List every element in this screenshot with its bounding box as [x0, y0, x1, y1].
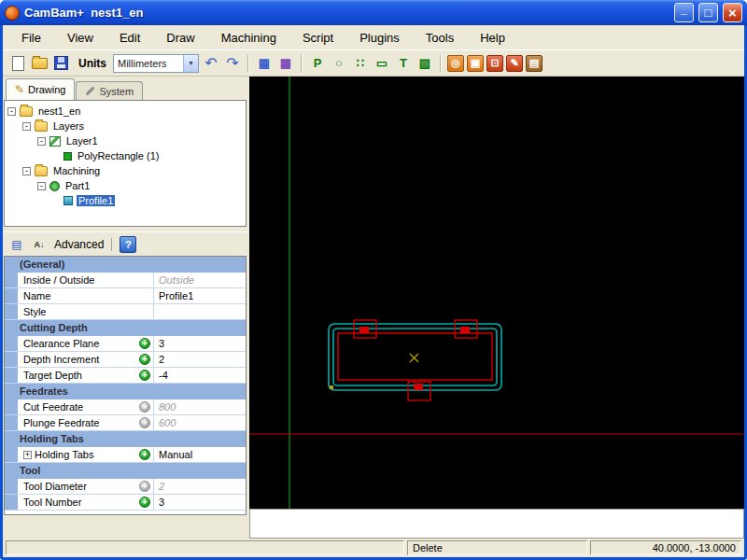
holding-tab-marker[interactable] [414, 384, 423, 390]
property-value[interactable]: 2 [154, 479, 246, 494]
drill-icon[interactable]: ◎ [447, 55, 464, 72]
property-value[interactable] [154, 304, 246, 319]
property-row-style[interactable]: Style [5, 304, 246, 320]
text-icon[interactable]: T [394, 54, 413, 73]
category-header-tool[interactable]: Tool [5, 463, 246, 479]
menu-file[interactable]: File [8, 27, 54, 49]
tree-node-root[interactable]: nest1_en [5, 104, 246, 119]
tree-node-label[interactable]: Layers [51, 120, 86, 132]
apply-value-icon[interactable] [139, 417, 150, 428]
tab-drawing[interactable]: ✎ Drawing [6, 78, 75, 100]
tree-node-layer1[interactable]: Layer1 [5, 133, 246, 148]
points-icon[interactable]: ∷ [351, 54, 370, 73]
property-value[interactable]: Profile1 [154, 288, 246, 303]
tree-node-label[interactable]: Profile1 [77, 195, 115, 206]
title-bar[interactable]: CamBam+ nest1_en [0, 0, 747, 25]
pocket-icon[interactable]: ▣ [467, 55, 484, 72]
property-value[interactable]: 2 [154, 352, 246, 367]
tree-node-polyrectangle[interactable]: PolyRectangle (1) [5, 148, 246, 163]
close-button[interactable] [723, 3, 742, 22]
property-row-holding-tabs[interactable]: Holding Tabs Manual [5, 447, 246, 463]
property-value[interactable]: 800 [154, 399, 246, 414]
category-header-general[interactable]: (General) [5, 257, 246, 273]
collapse-icon[interactable] [37, 182, 46, 190]
profile-icon[interactable]: ⊡ [486, 55, 503, 72]
category-header-holding-tabs[interactable]: Holding Tabs [5, 431, 246, 447]
property-name: Tool Number [18, 495, 154, 510]
property-value[interactable]: 600 [154, 415, 246, 430]
save-file-icon[interactable] [51, 54, 70, 73]
menu-plugins[interactable]: Plugins [346, 27, 413, 49]
drawing-canvas[interactable] [249, 77, 744, 509]
tree-node-part1[interactable]: Part1 [5, 178, 246, 193]
tree-node-layers[interactable]: Layers [5, 119, 246, 133]
menu-view[interactable]: View [54, 27, 106, 49]
menu-machining[interactable]: Machining [208, 27, 289, 49]
tree-node-label[interactable]: nest1_en [36, 105, 82, 117]
menu-help[interactable]: Help [467, 27, 518, 49]
tree-node-label[interactable]: Part1 [63, 180, 92, 191]
property-row-tool-number[interactable]: Tool Number 3 [5, 495, 246, 511]
collapse-icon[interactable] [22, 122, 31, 131]
property-value[interactable]: Outside [154, 273, 246, 287]
property-row-tool-diameter[interactable]: Tool Diameter 2 [5, 479, 246, 495]
snap-grid-icon[interactable]: ▦ [276, 54, 295, 73]
menu-tools[interactable]: Tools [413, 27, 467, 49]
property-row-clearance-plane[interactable]: Clearance Plane 3 [5, 336, 246, 352]
rectangle-icon[interactable]: ▭ [373, 54, 391, 73]
undo-icon[interactable]: ↶ [202, 54, 220, 73]
tree-node-label[interactable]: Machining [51, 165, 102, 176]
alphabetical-sort-icon[interactable] [30, 235, 49, 254]
view-grid-icon[interactable]: ▦ [255, 54, 274, 73]
categorized-view-icon[interactable] [7, 235, 26, 254]
category-header-cutting-depth[interactable]: Cutting Depth [5, 320, 246, 336]
collapse-icon[interactable] [37, 137, 46, 146]
chevron-down-icon[interactable]: ▼ [183, 55, 198, 72]
property-row-target-depth[interactable]: Target Depth -4 [5, 368, 246, 384]
apply-value-icon[interactable] [139, 354, 150, 365]
menu-edit[interactable]: Edit [106, 27, 153, 49]
holding-tab-marker[interactable] [460, 327, 470, 333]
tree-node-label[interactable]: Layer1 [64, 135, 100, 147]
property-row-name[interactable]: Name Profile1 [5, 288, 246, 304]
property-row-plunge-feedrate[interactable]: Plunge Feedrate 600 [5, 415, 246, 431]
new-file-icon[interactable] [8, 54, 27, 73]
apply-value-icon[interactable] [139, 338, 150, 349]
engrave-icon[interactable]: ✎ [506, 55, 523, 72]
expand-icon[interactable] [23, 451, 32, 459]
property-value[interactable]: 3 [154, 336, 246, 351]
circle-icon[interactable]: ○ [330, 54, 348, 73]
property-value[interactable]: -4 [154, 368, 246, 383]
menu-script[interactable]: Script [289, 27, 346, 49]
property-row-inside-outside[interactable]: Inside / Outside Outside [5, 273, 246, 288]
polyline-icon[interactable]: P [308, 54, 327, 73]
tree-node-machining[interactable]: Machining [5, 163, 246, 178]
apply-value-icon[interactable] [139, 401, 150, 413]
apply-value-icon[interactable] [139, 370, 150, 381]
property-row-cut-feedrate[interactable]: Cut Feedrate 800 [5, 399, 246, 415]
tree-node-profile1[interactable]: Profile1 [5, 193, 246, 208]
property-row-depth-increment[interactable]: Depth Increment 2 [5, 352, 246, 368]
surface-icon[interactable]: ▧ [416, 54, 434, 73]
collapse-icon[interactable] [7, 107, 16, 116]
tree-node-label[interactable]: PolyRectangle (1) [76, 150, 161, 161]
apply-value-icon[interactable] [139, 481, 150, 492]
maximize-button[interactable] [698, 3, 718, 22]
minimize-button[interactable] [674, 3, 694, 22]
collapse-icon[interactable] [22, 167, 31, 175]
help-button[interactable]: ? [120, 236, 136, 253]
tab-system[interactable]: System [76, 81, 143, 100]
menu-draw[interactable]: Draw [153, 27, 207, 49]
category-header-feedrates[interactable]: Feedrates [5, 384, 246, 399]
apply-value-icon[interactable] [139, 497, 150, 508]
apply-value-icon[interactable] [139, 449, 150, 460]
advanced-label[interactable]: Advanced [54, 238, 104, 251]
redo-icon[interactable]: ↷ [223, 54, 242, 73]
holding-tab-marker[interactable] [359, 327, 369, 333]
property-value[interactable]: 3 [154, 495, 246, 510]
open-file-icon[interactable] [30, 54, 49, 73]
units-dropdown[interactable]: Millimeters ▼ [113, 54, 199, 73]
styles-icon[interactable]: ▤ [526, 55, 543, 72]
canvas-svg[interactable] [249, 77, 744, 509]
property-value[interactable]: Manual [154, 447, 246, 462]
